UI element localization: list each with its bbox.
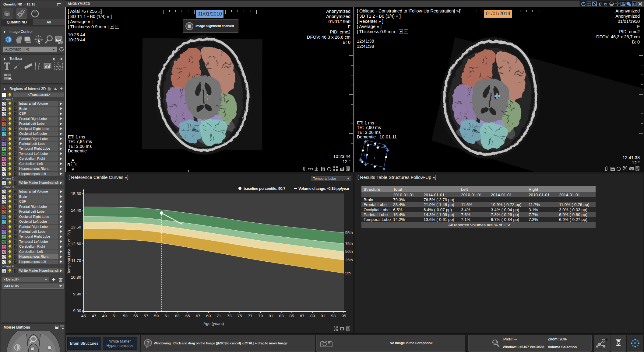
svg-text:12.60: 12.60 — [71, 242, 81, 246]
svg-text:R: R — [364, 153, 367, 157]
svg-text:73: 73 — [227, 314, 231, 318]
svg-text:55: 55 — [133, 314, 138, 318]
svg-text:9.90: 9.90 — [73, 292, 81, 296]
svg-text:63: 63 — [175, 314, 180, 318]
svg-text:57: 57 — [144, 314, 148, 318]
svg-text:Volume change: -0.15 pp/year: Volume change: -0.15 pp/year — [298, 186, 350, 191]
svg-text:49: 49 — [102, 314, 107, 318]
svg-text:75: 75 — [238, 314, 242, 318]
svg-text:51: 51 — [112, 314, 117, 318]
svg-text:?: ? — [146, 340, 150, 346]
svg-text:A: A — [376, 144, 379, 148]
svg-text:50th: 50th — [345, 249, 353, 254]
svg-text:9.00: 9.00 — [73, 308, 81, 313]
svg-text:81: 81 — [269, 314, 273, 318]
svg-text:α: α — [604, 1, 607, 6]
svg-text:+: + — [605, 338, 607, 342]
svg-text:Age (years): Age (years) — [203, 321, 224, 326]
svg-text:D: D — [633, 2, 635, 6]
svg-text:89: 89 — [310, 314, 315, 318]
svg-text:95: 95 — [341, 314, 346, 318]
svg-text:79: 79 — [258, 314, 263, 318]
svg-text:F: F — [374, 156, 376, 160]
svg-text:59: 59 — [154, 314, 159, 318]
svg-text:91: 91 — [321, 314, 325, 318]
svg-text:67: 67 — [196, 314, 200, 318]
svg-text:baseline percentile: 90.7: baseline percentile: 90.7 — [244, 186, 285, 191]
svg-text:15.30: 15.30 — [71, 191, 81, 196]
svg-text:71: 71 — [216, 314, 221, 318]
svg-text:Temporal Lobe (% of ICV): Temporal Lobe (% of ICV) — [67, 230, 71, 274]
svg-text:85: 85 — [290, 314, 294, 318]
svg-text:61: 61 — [164, 314, 169, 318]
svg-text:11.70: 11.70 — [71, 258, 81, 263]
svg-text:77: 77 — [248, 314, 252, 318]
svg-text:87: 87 — [300, 314, 304, 318]
svg-text:69: 69 — [206, 314, 211, 318]
svg-text:45: 45 — [81, 314, 86, 318]
svg-text:65: 65 — [185, 314, 190, 318]
svg-text:10.80: 10.80 — [71, 275, 81, 280]
svg-text:25th: 25th — [345, 258, 353, 262]
svg-text:14.40: 14.40 — [71, 208, 81, 213]
svg-text:13.50: 13.50 — [71, 225, 81, 229]
svg-text:47: 47 — [92, 314, 96, 318]
svg-text:53: 53 — [123, 314, 128, 318]
svg-text:5th: 5th — [345, 271, 350, 275]
svg-text:93: 93 — [331, 314, 336, 318]
svg-text:83: 83 — [279, 314, 283, 318]
svg-text:95th: 95th — [345, 231, 353, 235]
svg-text:75th: 75th — [345, 242, 353, 246]
